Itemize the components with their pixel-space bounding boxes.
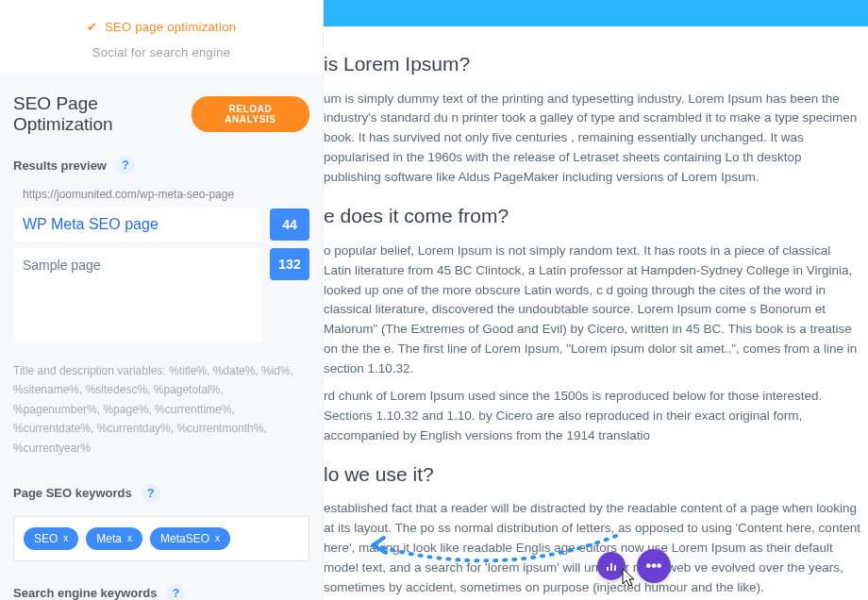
- preview-header-bar: [324, 0, 868, 26]
- preview-heading: e does it come from?: [324, 201, 860, 232]
- keyword-chip-label: SEO: [34, 532, 58, 545]
- sidebar-tabs: ✔ SEO page optimization Social for searc…: [0, 0, 323, 75]
- keyword-chip-label: Meta: [96, 532, 122, 545]
- preview-url: https://joomunited.com/wp-meta-seo-page: [23, 188, 309, 201]
- keyword-chip-remove-icon[interactable]: x: [215, 533, 220, 543]
- preview-paragraph: o popular belief, Lorem Ipsum is not sim…: [324, 242, 860, 379]
- preview-paragraph: um is simply dummy text of the printing …: [324, 90, 860, 189]
- title-char-count: 44: [270, 208, 309, 241]
- results-preview-label: Results preview: [13, 158, 107, 173]
- cursor-icon: [619, 567, 638, 592]
- help-icon[interactable]: ?: [166, 584, 185, 600]
- keyword-chip-label: MetaSEO: [160, 532, 209, 545]
- seo-description-input[interactable]: Sample page: [13, 248, 262, 342]
- preview-paragraph: rd chunk of Lorem Ipsum used since the 1…: [324, 387, 860, 446]
- panel-title: SEO Page Optimization: [13, 93, 192, 135]
- page-preview: is Lorem Ipsum? um is simply dummy text …: [324, 0, 868, 600]
- more-actions-fab[interactable]: •••: [637, 549, 671, 583]
- preview-heading: lo we use it?: [324, 459, 860, 491]
- preview-content: is Lorem Ipsum? um is simply dummy text …: [324, 26, 868, 600]
- tab-social-for-search-engine[interactable]: Social for search engine: [92, 40, 231, 65]
- seo-title-input[interactable]: [13, 207, 262, 242]
- search-engine-keywords-section: Search engine keywords ? 256: [13, 584, 309, 600]
- keyword-chip[interactable]: SEO x: [24, 527, 78, 550]
- preview-heading: is Lorem Ipsum?: [324, 49, 860, 80]
- description-char-count: 132: [270, 248, 309, 280]
- search-engine-keywords-label: Search engine keywords: [13, 586, 157, 600]
- page-seo-keywords-label: Page SEO keywords: [13, 486, 132, 500]
- results-preview-section: Results preview ? https://joomunited.com…: [13, 156, 309, 458]
- help-icon[interactable]: ?: [116, 156, 135, 175]
- keyword-chip[interactable]: MetaSEO x: [150, 527, 230, 550]
- ellipsis-icon: •••: [646, 558, 662, 575]
- page-seo-keywords-section: Page SEO keywords ? SEO x Meta x MetaSEO…: [13, 484, 309, 561]
- seo-sidebar: ✔ SEO page optimization Social for searc…: [0, 0, 324, 600]
- keyword-chip-remove-icon[interactable]: x: [127, 533, 132, 543]
- seo-panel: SEO Page Optimization RELOAD ANALYSIS Re…: [0, 75, 323, 600]
- tab-seo-page-optimization[interactable]: ✔ SEO page optimization: [87, 14, 237, 40]
- reload-analysis-button[interactable]: RELOAD ANALYSIS: [192, 96, 309, 132]
- keyword-chip[interactable]: Meta x: [86, 527, 142, 550]
- preview-paragraph: established fact that a reader will be d…: [324, 499, 860, 598]
- help-icon[interactable]: ?: [142, 484, 160, 503]
- check-icon: ✔: [87, 20, 97, 34]
- keyword-chip-remove-icon[interactable]: x: [63, 533, 68, 543]
- variables-help-text: Title and description variables: %title%…: [13, 361, 309, 458]
- chart-icon: [605, 559, 618, 573]
- tab-label: SEO page optimization: [105, 20, 236, 34]
- keywords-input[interactable]: SEO x Meta x MetaSEO x: [13, 516, 309, 561]
